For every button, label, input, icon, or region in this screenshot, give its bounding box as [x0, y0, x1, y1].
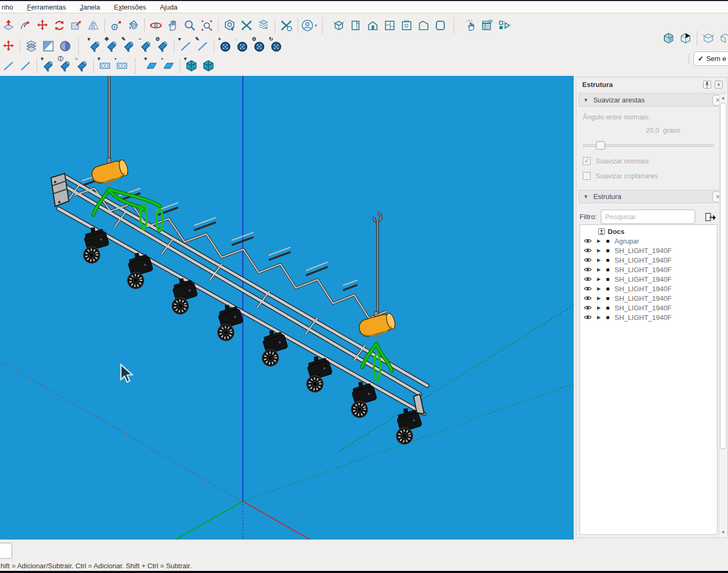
light-insert-button[interactable]: ▾	[87, 38, 103, 55]
style-dropdown[interactable]: ✓ Sem e	[694, 51, 728, 66]
eye-icon[interactable]	[584, 315, 592, 320]
pan-button[interactable]	[165, 17, 181, 34]
orbit-button[interactable]	[148, 17, 164, 34]
light2-ring-button[interactable]: ○	[74, 57, 90, 74]
light-settings-button[interactable]: ⚙	[155, 38, 171, 55]
viewport-3d[interactable]	[0, 76, 574, 540]
view-door-button[interactable]	[348, 17, 364, 34]
checkbox-icon[interactable]	[583, 172, 591, 180]
tree-row[interactable]: ▶■SH_LIGHT_1940F	[580, 303, 717, 312]
light-remove-button[interactable]: –	[138, 38, 154, 55]
rotate-button[interactable]	[51, 17, 67, 34]
tree-root-row[interactable]: Docs	[580, 227, 717, 236]
eye-icon[interactable]	[584, 276, 592, 282]
light-edit-button[interactable]: ✎	[121, 38, 137, 55]
line-a-button[interactable]	[1, 57, 16, 74]
eye-icon[interactable]	[584, 305, 592, 310]
style-partial-button[interactable]	[717, 30, 728, 47]
port-rotate-button[interactable]: ↻	[268, 38, 284, 55]
panel-box-button[interactable]: ▪	[161, 57, 177, 74]
expand-arrow-icon[interactable]: ▶	[597, 248, 603, 253]
tree-row[interactable]: ▶■SH_LIGHT_1940F	[580, 265, 717, 274]
port-settings-button[interactable]: ⚙	[251, 38, 267, 55]
style-open-button[interactable]	[700, 30, 716, 47]
menu-item-ferramentas[interactable]: Ferramentas	[27, 3, 66, 11]
push-pull-button[interactable]	[1, 17, 16, 34]
layers-stack-button[interactable]	[23, 38, 39, 55]
line-edit-button[interactable]: ✎	[195, 38, 210, 55]
zoom-button[interactable]	[182, 17, 198, 34]
tray-scrollbar[interactable]: ▲ ▼	[719, 94, 727, 537]
view-outline-button[interactable]	[433, 17, 449, 34]
eye-icon[interactable]	[584, 238, 592, 244]
port-soft-button[interactable]: ◌	[234, 38, 250, 55]
layers-copy-button[interactable]	[256, 17, 271, 34]
angle-slider[interactable]	[583, 141, 714, 150]
scale-button[interactable]	[68, 17, 84, 34]
toolbar-drag-handle[interactable]	[688, 54, 690, 64]
toolbar-drag-handle[interactable]	[453, 18, 459, 33]
menu-item-extensões[interactable]: Extensões	[114, 3, 146, 11]
square-half-button[interactable]	[40, 38, 56, 55]
circle-half-button[interactable]	[57, 38, 73, 55]
report-table-button[interactable]	[479, 17, 495, 34]
checkbox-soften-normals[interactable]: ✓ Suavizar normais	[583, 157, 722, 165]
panel-insert-button[interactable]: ▾	[144, 57, 160, 74]
account-button[interactable]: ▾	[301, 17, 317, 34]
component-export-button[interactable]	[496, 17, 512, 34]
tape-measure-button[interactable]	[108, 17, 124, 34]
expand-arrow-icon[interactable]: ▶	[597, 296, 603, 301]
move-alt-button[interactable]	[1, 38, 16, 55]
toolbar-drag-handle[interactable]	[322, 18, 327, 33]
scroll-up-icon[interactable]: ▲	[720, 94, 727, 102]
expand-arrow-icon[interactable]: ▶	[597, 238, 603, 244]
expand-arrow-icon[interactable]: ▶	[597, 276, 603, 282]
scrollbar-thumb[interactable]	[720, 103, 726, 449]
eye-icon[interactable]	[584, 248, 592, 253]
measurements-box[interactable]	[0, 543, 12, 559]
view-container-button[interactable]	[399, 17, 415, 34]
expand-arrow-icon[interactable]: ▶	[597, 267, 603, 272]
truss-beam[interactable]	[51, 173, 427, 414]
flip-button[interactable]	[85, 17, 101, 34]
flex-settings-button[interactable]	[278, 17, 294, 34]
zoom-extents-button[interactable]	[199, 17, 215, 34]
texcube-insert-button[interactable]: ▾	[183, 57, 199, 74]
menu-item-janela[interactable]: Janela	[80, 3, 100, 11]
tree-row[interactable]: ▶■SH_LIGHT_1940F	[580, 274, 717, 284]
eye-icon[interactable]	[584, 267, 592, 272]
eye-icon[interactable]	[584, 257, 592, 263]
light-move-button[interactable]: ✥	[104, 38, 120, 55]
tree-row[interactable]: ▶■SH_LIGHT_1940F	[580, 284, 717, 293]
light2-insert-button[interactable]: ▾	[40, 57, 56, 74]
view-plan-button[interactable]	[416, 17, 432, 34]
truss-insert-button[interactable]: ▾	[97, 57, 113, 74]
menu-item-ajuda[interactable]: Ajuda	[160, 3, 177, 11]
expand-arrow-icon[interactable]: ▶	[597, 257, 603, 263]
view-window-button[interactable]	[382, 17, 398, 34]
tree-row[interactable]: ▶■SH_LIGHT_1940F	[580, 293, 717, 303]
line-insert-button[interactable]: ▾	[178, 38, 194, 55]
checkbox-soften-coplanar[interactable]: Suavizar coplanares	[583, 172, 722, 180]
expand-arrow-icon[interactable]: ▶	[597, 305, 603, 310]
component-hex-button[interactable]	[222, 17, 238, 34]
view-box-button[interactable]	[331, 17, 347, 34]
expand-arrow-icon[interactable]: ▶	[597, 286, 603, 291]
toolbar-drag-handle[interactable]	[78, 38, 83, 54]
eye-icon[interactable]	[584, 286, 592, 291]
hand-select-button[interactable]	[462, 17, 478, 34]
pin-icon[interactable]	[703, 81, 711, 89]
view-house-button[interactable]	[365, 17, 381, 34]
eye-icon[interactable]	[584, 296, 592, 301]
follow-me-button[interactable]	[17, 17, 33, 34]
port-add-button[interactable]: +	[217, 38, 233, 55]
filter-apply-icon[interactable]	[705, 212, 716, 222]
truss-box-button[interactable]: ▪	[114, 57, 130, 74]
style-wireframe-button[interactable]	[678, 30, 694, 47]
menu-item-nho[interactable]: nho	[2, 3, 13, 11]
texcube-plain-button[interactable]	[200, 57, 216, 74]
light2-info-button[interactable]: ⓘ	[57, 57, 73, 74]
tree-row[interactable]: ▶■Agrupar	[580, 236, 717, 246]
toolbar-drag-handle[interactable]	[135, 58, 140, 74]
tree-row[interactable]: ▶■SH_LIGHT_1940F	[580, 255, 717, 265]
